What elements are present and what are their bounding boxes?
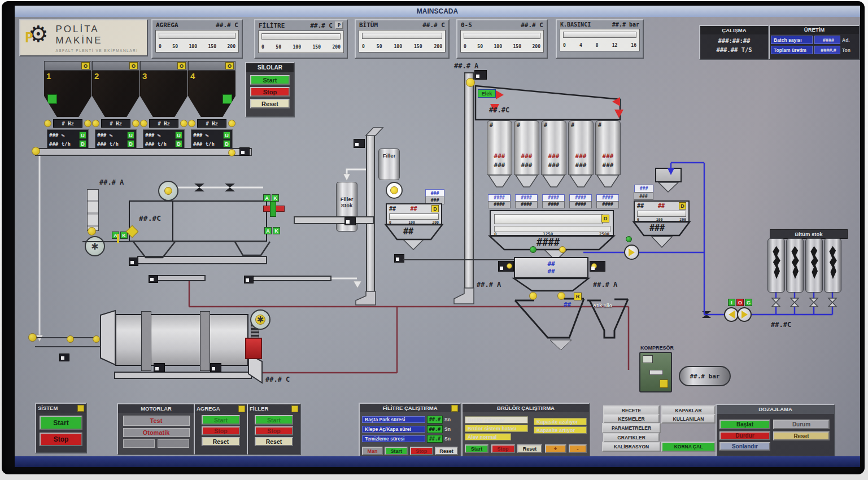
mimic-lineart xyxy=(15,6,860,467)
mixer-hopper-tip xyxy=(550,340,572,350)
feed-belt-lines xyxy=(30,338,101,347)
tick: 2500 xyxy=(599,232,609,237)
scada-screen: MAINSCADA xyxy=(15,6,860,467)
mixer-value-2: ## xyxy=(547,268,555,275)
aggregate-weigh-scale: D 012502500 xyxy=(490,210,614,236)
tick: 0 xyxy=(389,220,391,225)
feed-belt-lamp xyxy=(93,335,100,343)
tick: 100 xyxy=(656,217,663,222)
tick: 200 xyxy=(679,217,686,222)
hot-elevator-lamp xyxy=(466,78,475,87)
duct-damper xyxy=(270,201,276,217)
mixer-motor-right xyxy=(590,261,605,272)
tank-valves xyxy=(772,298,836,307)
scale-d-button[interactable]: D xyxy=(601,215,609,222)
bitumen-weigh-scale: ## ## D 0100200 xyxy=(634,200,690,222)
hopper-value: ## xyxy=(564,301,571,308)
tick: 0 xyxy=(494,232,497,237)
mixer-hopper-outline xyxy=(515,299,584,338)
belt-lamp xyxy=(228,149,235,156)
aggregate-weight: #### xyxy=(536,237,560,248)
r-button[interactable]: R xyxy=(574,293,582,300)
bitum-o-button[interactable]: O xyxy=(736,299,744,306)
bitumen-lamp xyxy=(626,236,632,242)
bitum-g-button[interactable]: G xyxy=(745,299,752,306)
feed-belt-lamp xyxy=(28,333,37,342)
bitum-i-button[interactable]: I xyxy=(728,299,735,306)
bitumen-weight: ### xyxy=(649,223,665,233)
scale-d-button[interactable]: D xyxy=(431,205,439,212)
monitor-photo: MAINSCADA xyxy=(0,0,868,480)
scale-d-button[interactable]: D xyxy=(679,202,686,210)
agg-lamp-yellow xyxy=(559,246,566,253)
tick: 100 xyxy=(408,220,415,225)
blue-arrow xyxy=(668,168,674,175)
belt-lamp xyxy=(32,147,40,155)
screen-temp-label: ##.#C xyxy=(489,106,509,114)
mixer-gate-lamp xyxy=(529,292,537,300)
filler-weight: ## xyxy=(403,226,413,237)
agg-lamp-green xyxy=(530,246,536,253)
scale-gross: ## xyxy=(637,203,644,209)
filter-funnels xyxy=(133,242,270,258)
tick: 200 xyxy=(432,220,439,225)
ak-a-button[interactable]: A xyxy=(264,227,272,234)
scale-target: ## xyxy=(658,203,665,209)
screen-deck xyxy=(476,86,620,120)
mixer-gate-lamp xyxy=(557,292,565,300)
mixer-motor-left xyxy=(498,261,514,272)
dryer-chutes xyxy=(101,311,262,383)
atik-silo-label: Atık Silo xyxy=(593,303,612,308)
pipes-blue xyxy=(583,163,832,315)
filler-weigh-scale: ## ## D 0100200 xyxy=(386,203,442,225)
bitum-pump-2 xyxy=(737,307,752,322)
filter-fan-icon xyxy=(158,181,178,201)
scale-target: ## xyxy=(411,206,417,212)
gate-indicator xyxy=(117,234,119,243)
white-arrows xyxy=(36,174,361,342)
scale-gross: ## xyxy=(389,206,396,212)
pipes-white xyxy=(40,156,366,335)
tick: 1250 xyxy=(543,232,553,237)
burner xyxy=(245,338,262,359)
feed-belt-lamp xyxy=(67,335,74,343)
filler-screw-motor xyxy=(344,217,356,225)
burner-fan-icon: ✱ xyxy=(250,309,271,330)
mixer-value-1: ## xyxy=(547,260,555,268)
stack-lamp xyxy=(88,227,96,235)
elek-button[interactable]: Elek xyxy=(478,89,496,98)
tick: 0 xyxy=(637,217,639,222)
mixer-box: ## ## xyxy=(514,257,588,278)
ak-k-button[interactable]: K xyxy=(273,227,280,234)
bitumen-pump xyxy=(624,245,639,260)
